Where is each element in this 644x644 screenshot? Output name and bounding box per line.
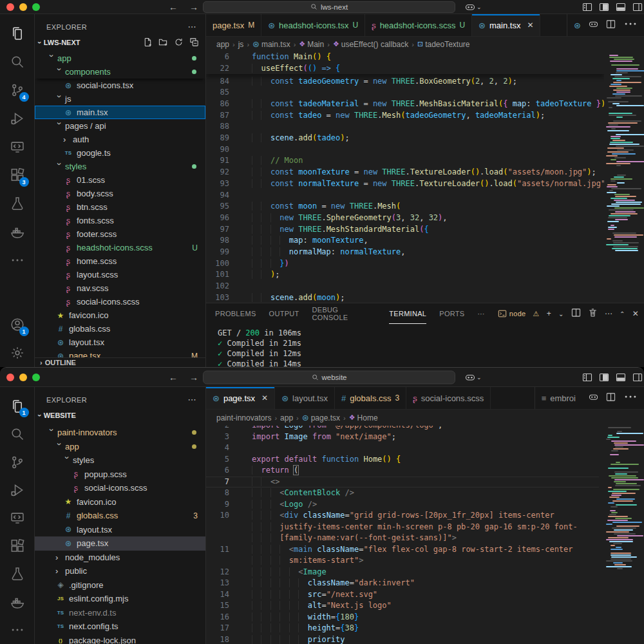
panel-tab-terminal[interactable]: TERMINAL	[389, 303, 426, 324]
tab-globals.css[interactable]: #globals.css3	[335, 387, 406, 409]
breadcrumb-item[interactable]: ❖Main	[299, 40, 324, 49]
minimap[interactable]	[604, 52, 644, 252]
tree-item-package-lock.json[interactable]: {}package-lock.json	[35, 634, 205, 644]
activity-run-debug-icon[interactable]	[3, 104, 32, 133]
tree-item-eslint.config.mjs[interactable]: JSeslint.config.mjs	[35, 592, 205, 606]
forward-button[interactable]: →	[189, 372, 198, 383]
new-file-icon[interactable]	[143, 37, 153, 48]
panel-tab-output[interactable]: OUTPUT	[269, 303, 299, 324]
activity-remote-explorer-icon[interactable]	[3, 133, 32, 161]
tree-item-layout.tsx[interactable]: ⊛layout.tsx	[35, 336, 205, 349]
tree-item-page.tsx[interactable]: ⊛page.tsxM	[35, 349, 205, 357]
trash-icon[interactable]	[588, 308, 598, 319]
tree-item-app[interactable]: ›app	[35, 52, 205, 65]
activity-source-control-icon[interactable]: 4	[3, 76, 32, 104]
tree-item-layout.tsx[interactable]: ⊛layout.tsx	[35, 523, 205, 537]
copilot-menu[interactable]: ⌄	[465, 372, 482, 383]
minimap[interactable]	[604, 426, 644, 571]
customize-layout-icon[interactable]	[582, 2, 592, 12]
panel-tab--[interactable]: ⋯	[477, 303, 484, 324]
tree-item-body.scss[interactable]: ʂbody.scss	[35, 187, 205, 200]
breadcrumb-item[interactable]: ❖useEffect() callback	[333, 40, 408, 49]
tree-item-favicon.ico[interactable]: ★favicon.ico	[35, 308, 205, 322]
tab-social-icons.scss[interactable]: ʂsocial-icons.scss	[406, 387, 491, 409]
tab-page.tsx[interactable]: page.tsxM	[206, 14, 261, 36]
activity-docker-icon[interactable]	[3, 218, 32, 246]
breadcrumb-item[interactable]: ❖Home	[349, 413, 378, 422]
minimize-window-button[interactable]	[19, 3, 27, 11]
panel-tab-ports[interactable]: PORTS	[439, 303, 464, 324]
tree-item-public[interactable]: ›public	[35, 564, 205, 578]
refresh-icon[interactable]	[174, 37, 184, 48]
breadcrumb-item[interactable]: ⊛page.tsx	[302, 413, 340, 422]
tree-item-js[interactable]: ›js	[35, 92, 205, 106]
customize-layout-icon[interactable]	[582, 372, 592, 383]
activity-extensions-icon[interactable]	[3, 532, 32, 560]
panel-bottom-icon[interactable]	[616, 2, 626, 12]
activity-extensions-icon[interactable]: 3	[3, 161, 32, 189]
zoom-window-button[interactable]	[32, 374, 40, 381]
tree-item-globals.css[interactable]: #globals.css	[35, 322, 205, 336]
split-editor-icon[interactable]	[606, 19, 616, 32]
tree-item-components[interactable]: ›components	[35, 65, 205, 79]
tree-item-google.ts[interactable]: TSgoogle.ts	[35, 146, 205, 160]
breadcrumb-item[interactable]: paint-innovators	[216, 413, 271, 422]
activity-files-icon[interactable]: 1	[3, 392, 32, 420]
tab-main.tsx[interactable]: ⊛main.tsx✕	[472, 14, 540, 36]
panel-left-icon[interactable]	[599, 372, 609, 383]
panel-tab-problems[interactable]: PROBLEMS	[215, 303, 256, 324]
copilot-icon[interactable]	[589, 19, 598, 32]
panel-bottom-icon[interactable]	[616, 372, 626, 383]
activity-search-icon[interactable]	[3, 420, 32, 448]
tree-item-main.tsx[interactable]: ⊛main.tsx	[35, 106, 205, 119]
split-editor-icon[interactable]	[571, 308, 581, 319]
tree-item-nav.scss[interactable]: ʂnav.scss	[35, 281, 205, 295]
back-button[interactable]: ←	[169, 2, 178, 12]
tab-close-icon[interactable]: ✕	[261, 393, 268, 402]
terminal-output[interactable]: GET / 200 in 106ms✓ Compiled in 21ms✓ Co…	[206, 324, 644, 367]
activity-files-icon[interactable]	[3, 19, 32, 48]
more-icon[interactable]: ⋯	[605, 309, 612, 318]
code-editor[interactable]: 6function Main() {22 useEffect(() => {84…	[206, 52, 644, 303]
tab-close-icon[interactable]: ✕	[527, 21, 533, 30]
activity-remote-explorer-icon[interactable]	[3, 504, 32, 532]
tab-headshot-icons.tsx[interactable]: ⊛headshot-icons.tsxU	[261, 14, 365, 36]
tree-item-paint-innovators[interactable]: ›paint-innovators	[35, 426, 205, 440]
close-window-button[interactable]	[6, 374, 14, 381]
command-center-search[interactable]: lws-next	[203, 1, 455, 13]
tree-item-headshot-icons.scss[interactable]: ʂheadshot-icons.scssU	[35, 241, 205, 254]
tree-item-next-env.d.ts[interactable]: TSnext-env.d.ts	[35, 606, 205, 620]
workspace-root-row[interactable]: › WEBSITE	[35, 408, 205, 422]
new-folder-icon[interactable]	[158, 37, 168, 48]
workspace-root-row[interactable]: › LWS-NEXT	[35, 35, 205, 50]
tree-item-popup.scss[interactable]: ʂpopup.scss	[35, 468, 205, 482]
explorer-more-actions[interactable]: ⋯	[188, 395, 196, 404]
activity-testing-icon[interactable]	[3, 560, 32, 588]
panel-left-icon[interactable]	[599, 2, 609, 12]
panel-right-icon[interactable]	[632, 2, 643, 12]
activity-settings-icon[interactable]	[3, 339, 32, 367]
tab-layout.tsx[interactable]: ⊛layout.tsx	[275, 387, 335, 409]
more-icon[interactable]	[623, 17, 638, 33]
breadcrumb-item[interactable]: app	[216, 40, 229, 49]
react-icon[interactable]: ⊛	[574, 19, 581, 31]
split-editor-icon[interactable]	[606, 392, 616, 404]
code-editor[interactable]: 2import Logo from "@/app/components/logo…	[206, 426, 644, 644]
tree-item-auth[interactable]: ›auth	[35, 133, 205, 146]
tree-item-.gitignore[interactable]: ◈.gitignore	[35, 578, 205, 592]
tree-item-home.scss[interactable]: ʂhome.scss	[35, 254, 205, 268]
tree-item-btn.scss[interactable]: ʂbtn.scss	[35, 200, 205, 214]
tree-item-layout.scss[interactable]: ʂlayout.scss	[35, 268, 205, 281]
tree-item-styles[interactable]: ›styles	[35, 160, 205, 173]
breadcrumb-item[interactable]: js	[238, 40, 244, 49]
breadcrumb-item[interactable]: app	[280, 413, 293, 422]
terminal-process[interactable]: node	[498, 309, 526, 318]
copilot-icon[interactable]	[589, 392, 598, 404]
tree-item-nodemodules[interactable]: ›node_modules	[35, 551, 205, 565]
breadcrumb-item[interactable]: ⊡tadeoTexture	[417, 40, 470, 49]
tree-item-social-icons.tsx[interactable]: ⊛social-icons.tsx	[35, 79, 205, 92]
tree-item-pagesapi[interactable]: ›pages / api	[35, 119, 205, 133]
breadcrumb-item[interactable]: ⊛main.tsx	[252, 39, 290, 49]
activity-account-icon[interactable]: 1	[3, 310, 32, 339]
tree-item-app[interactable]: ›app	[35, 440, 205, 454]
